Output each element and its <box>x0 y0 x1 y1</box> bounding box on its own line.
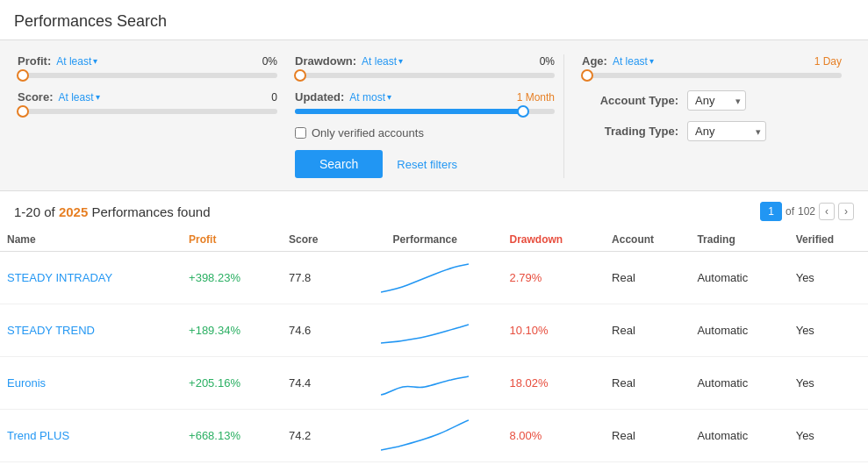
updated-value: 1 Month <box>517 91 555 104</box>
profit-slider-track <box>18 73 277 78</box>
cell-score: 74.6 <box>282 304 348 357</box>
table-row: STEADY TREND+189.34%74.610.10%RealAutoma… <box>0 304 868 357</box>
cell-verified: Yes <box>789 252 868 304</box>
cell-account: Real <box>605 357 690 410</box>
cell-account: Real <box>605 410 690 462</box>
cell-drawdown: 18.02% <box>502 357 605 410</box>
filter-profit: Profit: At least 0% <box>18 54 277 78</box>
filter-updated: Updated: At most 1 Month <box>295 90 555 114</box>
trading-type-select[interactable]: Any Automatic Manual <box>687 121 766 141</box>
updated-mode-dropdown[interactable]: At most <box>349 91 391 104</box>
prev-page-button[interactable]: ‹ <box>819 203 835 220</box>
filter-age: Age: At least 1 Day <box>582 54 842 78</box>
results-summary: 1-20 of 2025 Performances found <box>14 204 211 219</box>
next-page-button[interactable]: › <box>838 203 854 220</box>
drawdown-mode-dropdown[interactable]: At least <box>362 55 403 68</box>
results-count-number: 2025 <box>59 204 88 219</box>
age-label: Age: <box>582 54 607 68</box>
cell-profit: +398.23% <box>182 252 282 304</box>
updated-slider-fill <box>295 109 523 114</box>
results-header: 1-20 of 2025 Performances found 1 of 102… <box>0 191 868 228</box>
cell-drawdown: 10.10% <box>502 304 605 357</box>
filter-score: Score: At least 0 <box>18 90 277 114</box>
updated-slider-thumb[interactable] <box>517 105 529 118</box>
profit-value: 0% <box>262 55 277 68</box>
verified-checkbox-row: Only verified accounts <box>295 126 555 139</box>
profit-slider-thumb[interactable] <box>17 69 29 82</box>
cell-performance <box>348 252 502 304</box>
col-name: Name <box>0 228 182 252</box>
cell-performance <box>348 410 502 462</box>
cell-score: 74.4 <box>282 357 348 410</box>
page-number-button[interactable]: 1 <box>760 202 782 221</box>
age-slider-track <box>582 73 842 78</box>
account-type-row: Account Type: Any Real Demo <box>582 90 842 111</box>
score-value: 0 <box>271 91 277 104</box>
cell-trading: Automatic <box>690 304 788 357</box>
cell-verified: Yes <box>789 304 868 357</box>
table-row: Trend PLUS+668.13%74.28.00%RealAutomatic… <box>0 410 868 462</box>
age-value: 1 Day <box>814 55 842 68</box>
cell-account: Real <box>605 252 690 304</box>
performance-name-link[interactable]: STEADY TREND <box>7 324 95 337</box>
cell-name: STEADY INTRADAY <box>0 252 182 304</box>
search-panel: Profit: At least 0% Score: At least 0 <box>0 40 868 191</box>
score-slider-thumb[interactable] <box>17 105 29 118</box>
age-mode-dropdown[interactable]: At least <box>613 55 654 68</box>
profit-mode-dropdown[interactable]: At least <box>56 55 97 68</box>
account-type-select[interactable]: Any Real Demo <box>687 90 746 111</box>
table-header-row: Name Profit Score Performance Drawdown A… <box>0 228 868 252</box>
score-slider-track <box>18 109 277 114</box>
cell-verified: Yes <box>789 357 868 410</box>
filter-drawdown: Drawdown: At least 0% <box>295 54 555 78</box>
drawdown-slider-track <box>295 73 555 78</box>
total-pages: 102 <box>798 205 815 218</box>
col-account: Account <box>605 228 690 252</box>
cell-performance <box>348 357 502 410</box>
cell-profit: +189.34% <box>182 304 282 357</box>
pagination: 1 of 102 ‹ › <box>760 202 854 221</box>
trading-type-select-wrapper: Any Automatic Manual <box>687 121 766 141</box>
page-of-label: of <box>786 205 794 218</box>
cell-trading: Automatic <box>690 357 788 410</box>
reset-filters-link[interactable]: Reset filters <box>397 158 457 171</box>
filter-col-left: Profit: At least 0% Score: At least 0 <box>18 54 286 178</box>
cell-trading: Automatic <box>690 252 788 304</box>
account-type-select-wrapper: Any Real Demo <box>687 90 746 111</box>
score-label: Score: <box>18 90 53 104</box>
col-drawdown: Drawdown <box>502 228 605 252</box>
col-trading: Trading <box>690 228 788 252</box>
cell-name: STEADY TREND <box>0 304 182 357</box>
only-verified-label[interactable]: Only verified accounts <box>312 126 424 139</box>
search-button[interactable]: Search <box>295 150 383 178</box>
only-verified-checkbox[interactable] <box>295 127 306 139</box>
table-row: STEADY INTRADAY+398.23%77.82.79%RealAuto… <box>0 252 868 304</box>
col-performance: Performance <box>348 228 502 252</box>
cell-drawdown: 8.00% <box>502 410 605 462</box>
cell-score: 77.8 <box>282 252 348 304</box>
performance-name-link[interactable]: STEADY INTRADAY <box>7 271 112 284</box>
cell-profit: +205.16% <box>182 357 282 410</box>
cell-profit: +668.13% <box>182 410 282 462</box>
score-mode-dropdown[interactable]: At least <box>58 91 99 104</box>
filter-col-mid: Drawdown: At least 0% Updated: At most 1… <box>286 54 563 178</box>
cell-name: Euronis <box>0 357 182 410</box>
age-slider-thumb[interactable] <box>581 69 593 82</box>
cell-verified: Yes <box>789 410 868 462</box>
trading-type-row: Trading Type: Any Automatic Manual <box>582 121 842 141</box>
trading-type-label: Trading Type: <box>582 125 678 138</box>
col-verified: Verified <box>789 228 868 252</box>
results-table: Name Profit Score Performance Drawdown A… <box>0 228 868 462</box>
action-row: Search Reset filters <box>295 150 555 178</box>
drawdown-label: Drawdown: <box>295 54 356 68</box>
performance-name-link[interactable]: Euronis <box>7 376 46 390</box>
table-row: Euronis+205.16%74.418.02%RealAutomaticYe… <box>0 357 868 410</box>
updated-slider-track <box>295 109 555 114</box>
performance-name-link[interactable]: Trend PLUS <box>7 429 69 442</box>
account-type-label: Account Type: <box>582 94 678 107</box>
updated-label: Updated: <box>295 90 344 104</box>
drawdown-slider-thumb[interactable] <box>294 69 306 82</box>
filter-col-right: Age: At least 1 Day Account Type: Any Re… <box>563 54 850 178</box>
cell-drawdown: 2.79% <box>502 252 605 304</box>
col-score: Score <box>282 228 348 252</box>
